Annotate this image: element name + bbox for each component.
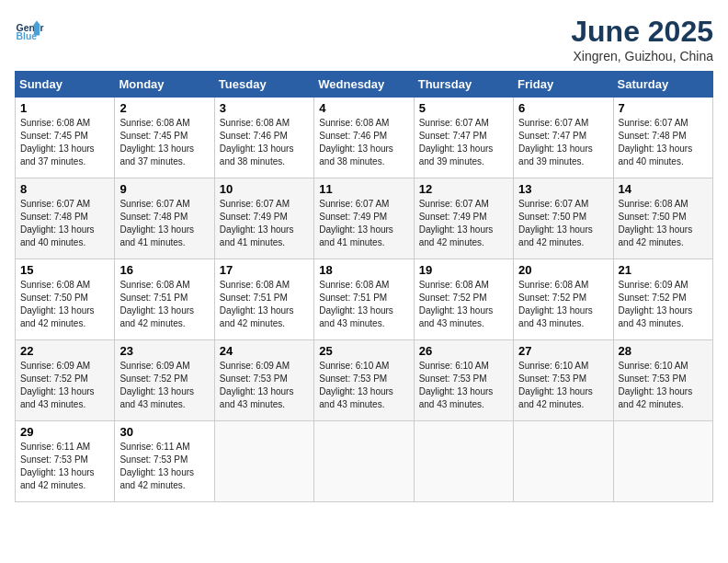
day-info: Sunrise: 6:08 AMSunset: 7:52 PMDaylight:… <box>518 280 593 328</box>
day-info: Sunrise: 6:07 AMSunset: 7:50 PMDaylight:… <box>518 199 593 247</box>
day-info: Sunrise: 6:07 AMSunset: 7:49 PMDaylight:… <box>220 199 294 247</box>
day-info: Sunrise: 6:09 AMSunset: 7:52 PMDaylight:… <box>619 280 693 328</box>
day-number: 11 <box>319 182 408 196</box>
day-number: 22 <box>20 344 109 358</box>
calendar-cell: 18 Sunrise: 6:08 AMSunset: 7:51 PMDaylig… <box>314 259 414 340</box>
day-number: 18 <box>319 263 408 277</box>
calendar-cell: 2 Sunrise: 6:08 AMSunset: 7:45 PMDayligh… <box>115 98 214 178</box>
day-number: 30 <box>119 425 209 439</box>
calendar-cell <box>414 421 513 502</box>
day-of-week-header: Saturday <box>613 72 712 98</box>
calendar-cell: 21 Sunrise: 6:09 AMSunset: 7:52 PMDaylig… <box>613 259 712 340</box>
day-info: Sunrise: 6:07 AMSunset: 7:48 PMDaylight:… <box>619 118 693 167</box>
calendar-week-row: 1 Sunrise: 6:08 AMSunset: 7:45 PMDayligh… <box>16 98 713 178</box>
calendar-cell: 30 Sunrise: 6:11 AMSunset: 7:53 PMDaylig… <box>115 421 214 502</box>
calendar-cell: 12 Sunrise: 6:07 AMSunset: 7:49 PMDaylig… <box>414 178 513 259</box>
calendar-cell <box>613 421 712 502</box>
day-info: Sunrise: 6:08 AMSunset: 7:51 PMDaylight:… <box>119 280 194 328</box>
day-of-week-header: Monday <box>115 72 214 98</box>
day-number: 20 <box>518 263 608 277</box>
day-number: 2 <box>119 101 209 115</box>
calendar-week-row: 8 Sunrise: 6:07 AMSunset: 7:48 PMDayligh… <box>16 178 713 259</box>
calendar-cell: 3 Sunrise: 6:08 AMSunset: 7:46 PMDayligh… <box>214 98 313 178</box>
logo-icon: General Blue <box>15 15 44 44</box>
day-number: 6 <box>518 101 608 115</box>
location: Xingren, Guizhou, China <box>571 49 713 63</box>
day-number: 28 <box>619 344 708 358</box>
day-info: Sunrise: 6:10 AMSunset: 7:53 PMDaylight:… <box>419 361 494 409</box>
calendar-cell: 16 Sunrise: 6:08 AMSunset: 7:51 PMDaylig… <box>115 259 214 340</box>
calendar-cell: 13 Sunrise: 6:07 AMSunset: 7:50 PMDaylig… <box>514 178 613 259</box>
calendar-cell: 19 Sunrise: 6:08 AMSunset: 7:52 PMDaylig… <box>414 259 513 340</box>
day-number: 17 <box>220 263 309 277</box>
day-info: Sunrise: 6:08 AMSunset: 7:46 PMDaylight:… <box>319 118 393 167</box>
day-info: Sunrise: 6:10 AMSunset: 7:53 PMDaylight:… <box>518 361 593 409</box>
calendar-cell: 24 Sunrise: 6:09 AMSunset: 7:53 PMDaylig… <box>214 340 313 421</box>
day-number: 12 <box>419 182 508 196</box>
day-number: 19 <box>419 263 508 277</box>
day-number: 4 <box>319 101 408 115</box>
month-title: June 2025 <box>571 15 713 49</box>
day-info: Sunrise: 6:08 AMSunset: 7:52 PMDaylight:… <box>419 280 494 328</box>
calendar-cell: 23 Sunrise: 6:09 AMSunset: 7:52 PMDaylig… <box>115 340 214 421</box>
day-info: Sunrise: 6:08 AMSunset: 7:51 PMDaylight:… <box>319 280 393 328</box>
calendar-cell: 11 Sunrise: 6:07 AMSunset: 7:49 PMDaylig… <box>314 178 414 259</box>
day-number: 14 <box>619 182 708 196</box>
calendar-week-row: 22 Sunrise: 6:09 AMSunset: 7:52 PMDaylig… <box>16 340 713 421</box>
day-info: Sunrise: 6:10 AMSunset: 7:53 PMDaylight:… <box>319 361 393 409</box>
calendar-cell: 15 Sunrise: 6:08 AMSunset: 7:50 PMDaylig… <box>16 259 115 340</box>
calendar-cell <box>514 421 613 502</box>
calendar-cell: 28 Sunrise: 6:10 AMSunset: 7:53 PMDaylig… <box>613 340 712 421</box>
day-number: 7 <box>619 101 708 115</box>
calendar-cell <box>314 421 414 502</box>
day-number: 5 <box>419 101 508 115</box>
day-of-week-header: Friday <box>514 72 613 98</box>
calendar-cell: 6 Sunrise: 6:07 AMSunset: 7:47 PMDayligh… <box>514 98 613 178</box>
calendar-cell: 10 Sunrise: 6:07 AMSunset: 7:49 PMDaylig… <box>214 178 313 259</box>
day-number: 13 <box>518 182 608 196</box>
day-number: 29 <box>20 425 109 439</box>
day-of-week-header: Sunday <box>16 72 115 98</box>
calendar-cell: 17 Sunrise: 6:08 AMSunset: 7:51 PMDaylig… <box>214 259 313 340</box>
calendar-cell: 8 Sunrise: 6:07 AMSunset: 7:48 PMDayligh… <box>16 178 115 259</box>
day-number: 10 <box>220 182 309 196</box>
day-number: 8 <box>20 182 109 196</box>
calendar-cell: 1 Sunrise: 6:08 AMSunset: 7:45 PMDayligh… <box>16 98 115 178</box>
day-info: Sunrise: 6:08 AMSunset: 7:50 PMDaylight:… <box>619 199 693 247</box>
calendar-header-row: SundayMondayTuesdayWednesdayThursdayFrid… <box>16 72 713 98</box>
day-of-week-header: Thursday <box>414 72 513 98</box>
day-number: 21 <box>619 263 708 277</box>
header: General Blue June 2025 Xingren, Guizhou,… <box>15 15 713 63</box>
calendar-cell: 14 Sunrise: 6:08 AMSunset: 7:50 PMDaylig… <box>613 178 712 259</box>
calendar-cell: 26 Sunrise: 6:10 AMSunset: 7:53 PMDaylig… <box>414 340 513 421</box>
day-number: 16 <box>119 263 209 277</box>
day-number: 25 <box>319 344 408 358</box>
day-info: Sunrise: 6:07 AMSunset: 7:48 PMDaylight:… <box>20 199 95 247</box>
day-number: 27 <box>518 344 608 358</box>
calendar-cell: 20 Sunrise: 6:08 AMSunset: 7:52 PMDaylig… <box>514 259 613 340</box>
day-info: Sunrise: 6:08 AMSunset: 7:46 PMDaylight:… <box>220 118 294 167</box>
day-info: Sunrise: 6:09 AMSunset: 7:52 PMDaylight:… <box>119 361 194 409</box>
day-info: Sunrise: 6:09 AMSunset: 7:52 PMDaylight:… <box>20 361 95 409</box>
day-info: Sunrise: 6:07 AMSunset: 7:48 PMDaylight:… <box>119 199 194 247</box>
day-info: Sunrise: 6:08 AMSunset: 7:50 PMDaylight:… <box>20 280 95 328</box>
day-number: 15 <box>20 263 109 277</box>
calendar-cell: 22 Sunrise: 6:09 AMSunset: 7:52 PMDaylig… <box>16 340 115 421</box>
day-number: 3 <box>220 101 309 115</box>
day-info: Sunrise: 6:08 AMSunset: 7:45 PMDaylight:… <box>119 118 194 167</box>
calendar-cell: 5 Sunrise: 6:07 AMSunset: 7:47 PMDayligh… <box>414 98 513 178</box>
day-info: Sunrise: 6:08 AMSunset: 7:51 PMDaylight:… <box>220 280 294 328</box>
day-info: Sunrise: 6:10 AMSunset: 7:53 PMDaylight:… <box>619 361 693 409</box>
day-info: Sunrise: 6:07 AMSunset: 7:47 PMDaylight:… <box>419 118 494 167</box>
calendar-week-row: 29 Sunrise: 6:11 AMSunset: 7:53 PMDaylig… <box>16 421 713 502</box>
calendar-cell: 4 Sunrise: 6:08 AMSunset: 7:46 PMDayligh… <box>314 98 414 178</box>
calendar-body: 1 Sunrise: 6:08 AMSunset: 7:45 PMDayligh… <box>16 98 713 502</box>
calendar-table: SundayMondayTuesdayWednesdayThursdayFrid… <box>15 71 713 502</box>
day-number: 1 <box>20 101 109 115</box>
day-of-week-header: Tuesday <box>214 72 313 98</box>
day-info: Sunrise: 6:07 AMSunset: 7:49 PMDaylight:… <box>319 199 393 247</box>
calendar-cell: 27 Sunrise: 6:10 AMSunset: 7:53 PMDaylig… <box>514 340 613 421</box>
day-of-week-header: Wednesday <box>314 72 414 98</box>
title-area: June 2025 Xingren, Guizhou, China <box>571 15 713 63</box>
day-info: Sunrise: 6:07 AMSunset: 7:49 PMDaylight:… <box>419 199 494 247</box>
